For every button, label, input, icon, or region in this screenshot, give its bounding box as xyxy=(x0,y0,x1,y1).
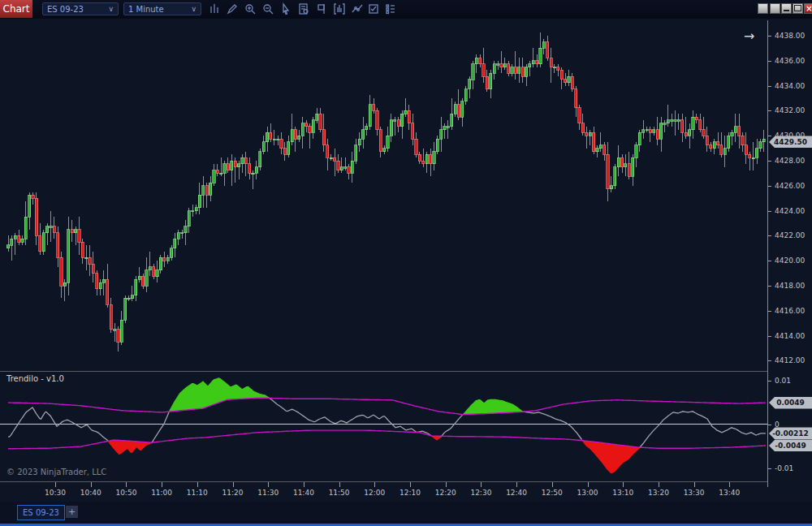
time-axis-label: 13:10 xyxy=(609,489,637,497)
time-axis-tick xyxy=(374,482,375,487)
price-axis-label: 4418.00 xyxy=(775,282,805,290)
time-axis-tick xyxy=(268,482,269,487)
time-axis-tick xyxy=(694,482,695,487)
time-axis-label: 12:10 xyxy=(396,489,424,497)
time-axis-label: 11:10 xyxy=(184,489,211,497)
instrument-tab[interactable]: ES 09-23 xyxy=(17,505,65,520)
price-axis-label: 4426.00 xyxy=(775,182,805,190)
indicator-value-marker: -0.0049 xyxy=(769,439,812,451)
time-axis-tick xyxy=(162,482,162,487)
time-axis-separator xyxy=(0,481,767,482)
minimize-icon xyxy=(784,10,789,11)
title-bar: Chart ES 09-23 ∨ 1 Minute ∨ xyxy=(0,0,812,19)
price-axis-tick xyxy=(767,136,771,136)
indicator-value-marker: 0.0049 xyxy=(769,397,812,409)
time-axis-tick xyxy=(623,482,624,487)
time-axis-tick xyxy=(588,482,589,487)
price-axis-tick xyxy=(767,186,771,187)
indicator-name-label: Trendilo - v1.0 xyxy=(6,374,64,383)
time-axis-label: 12:00 xyxy=(361,489,388,497)
price-axis-tick xyxy=(767,286,771,287)
chart-window-tab[interactable]: Chart xyxy=(0,0,32,18)
time-axis-tick xyxy=(304,482,304,487)
chart-style-icon[interactable] xyxy=(208,2,223,16)
drawing-tools-icon[interactable] xyxy=(226,2,241,16)
indicator-axis-label: 0 xyxy=(775,420,780,429)
time-axis-label: 11:40 xyxy=(290,489,317,497)
price-chart-canvas[interactable] xyxy=(0,20,767,371)
indicator-axis-label: 0.01 xyxy=(775,377,791,385)
time-axis-tick xyxy=(339,482,340,487)
zoom-in-icon[interactable] xyxy=(244,2,259,16)
indicator-axis-tick xyxy=(767,468,771,469)
price-axis-tick xyxy=(767,360,771,361)
price-axis-tick xyxy=(767,161,771,162)
indicator-axis-tick xyxy=(767,381,771,382)
time-axis-label: 12:30 xyxy=(467,489,495,497)
price-axis-label: 4428.00 xyxy=(775,157,805,165)
price-axis-tick xyxy=(767,235,771,236)
chevron-down-icon: ∨ xyxy=(108,5,114,13)
price-axis-label: 4412.00 xyxy=(775,356,805,364)
price-axis-label: 4434.00 xyxy=(775,82,805,90)
price-axis-tick xyxy=(767,336,771,337)
properties-icon[interactable] xyxy=(367,2,382,16)
time-axis-tick xyxy=(446,482,447,487)
add-tab-button[interactable]: + xyxy=(66,506,78,518)
time-axis-label: 13:00 xyxy=(574,489,602,497)
time-axis-tick xyxy=(233,482,234,487)
indicator-chart-canvas[interactable] xyxy=(0,371,767,481)
price-axis-label: 4416.00 xyxy=(775,307,805,315)
time-axis-tick xyxy=(659,482,659,487)
time-axis-tick xyxy=(55,482,56,487)
window-button-2[interactable] xyxy=(770,3,780,14)
last-price-marker: 4429.50 xyxy=(769,136,812,148)
price-axis-tick xyxy=(767,36,771,37)
time-axis-tick xyxy=(410,482,411,487)
indicator-axis-tick xyxy=(767,425,771,425)
instrument-dropdown[interactable]: ES 09-23 ∨ xyxy=(42,2,119,15)
time-axis-tick xyxy=(481,482,482,487)
time-axis-label: 11:00 xyxy=(148,489,175,497)
minimize-button[interactable] xyxy=(781,3,792,14)
indicator-value-marker: -0.00212 xyxy=(769,427,812,439)
data-box-icon[interactable] xyxy=(297,2,313,16)
price-axis-tick xyxy=(767,311,771,312)
price-axis-label: 4424.00 xyxy=(775,207,805,215)
restore-icon xyxy=(794,5,801,11)
price-axis-label: 4436.00 xyxy=(775,57,805,65)
zoom-out-icon[interactable] xyxy=(261,2,277,16)
go-to-last-bar-arrow[interactable]: → xyxy=(744,28,754,44)
time-axis-label: 10:30 xyxy=(41,489,69,497)
data-series-icon[interactable] xyxy=(384,2,400,16)
time-axis-label: 10:40 xyxy=(77,489,105,497)
time-axis-tick xyxy=(197,482,198,487)
time-axis-label: 10:50 xyxy=(112,489,140,497)
chevron-down-icon: ∨ xyxy=(191,5,197,13)
strategies-icon[interactable] xyxy=(351,2,366,16)
price-axis-tick xyxy=(767,86,771,87)
time-axis-label: 11:50 xyxy=(326,489,353,497)
copyright-watermark: © 2023 NinjaTrader, LLC xyxy=(6,468,106,476)
price-axis-tick xyxy=(767,110,771,111)
workspace-tab-bar: ES 09-23 + xyxy=(0,502,812,524)
price-axis-tick xyxy=(767,211,771,212)
interval-dropdown-value: 1 Minute xyxy=(128,5,164,14)
close-button[interactable]: × xyxy=(804,3,812,14)
interval-dropdown[interactable]: 1 Minute ∨ xyxy=(123,2,201,15)
price-axis-label: 4420.00 xyxy=(775,257,805,265)
price-axis-label: 4432.00 xyxy=(775,106,805,114)
restore-button[interactable] xyxy=(793,3,803,14)
time-axis-label: 12:50 xyxy=(538,489,566,497)
price-axis-tick xyxy=(767,261,771,261)
indicator-axis-label: -0.01 xyxy=(775,464,793,472)
cursor-icon[interactable] xyxy=(279,2,295,16)
time-axis-label: 11:20 xyxy=(219,489,247,497)
time-axis-tick xyxy=(552,482,553,487)
price-axis-tick xyxy=(767,61,771,62)
time-axis-tick xyxy=(91,482,92,487)
chart-trader-icon[interactable] xyxy=(315,2,330,16)
window-button-1[interactable] xyxy=(758,3,768,14)
time-axis-tick xyxy=(126,482,127,487)
indicators-icon[interactable] xyxy=(333,2,348,16)
